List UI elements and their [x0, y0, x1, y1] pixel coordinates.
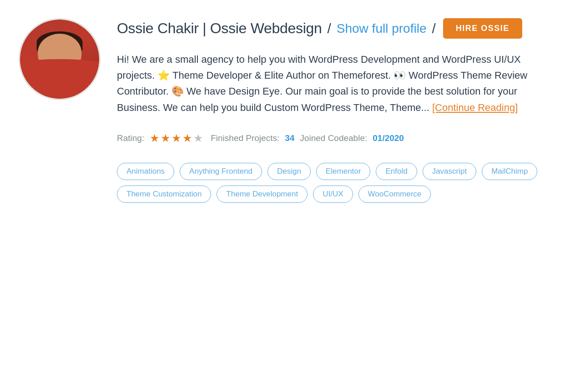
stats-row: Rating: ★ ★ ★ ★ ★ Finished Projects: 34 … — [117, 132, 546, 145]
profile-header: Ossie Chakir | Ossie Webdesign / Show fu… — [117, 18, 546, 39]
tag-mailchimp[interactable]: MailChimp — [482, 163, 537, 180]
tag-anything-frontend[interactable]: Anything Frontend — [180, 163, 262, 180]
tag-theme-development[interactable]: Theme Development — [217, 186, 308, 203]
tags-section: AnimationsAnything FrontendDesignElement… — [117, 163, 546, 203]
joined-label: Joined Codeable: — [300, 133, 367, 143]
continue-reading-link[interactable]: [Continue Reading] — [432, 102, 518, 113]
tag-animations[interactable]: Animations — [117, 163, 174, 180]
tag-elementor[interactable]: Elementor — [316, 163, 370, 180]
finished-projects-label: Finished Projects: — [211, 133, 279, 143]
tag-woocommerce[interactable]: WooCommerce — [358, 186, 431, 203]
bio-text: Hi! We are a small agency to help you wi… — [117, 51, 535, 116]
profile-name: Ossie Chakir | Ossie Webdesign — [117, 20, 322, 37]
star-1: ★ — [150, 132, 160, 145]
star-rating: ★ ★ ★ ★ ★ — [150, 132, 203, 145]
separator-2: / — [432, 21, 435, 36]
avatar — [19, 18, 101, 100]
separator-1: / — [327, 21, 331, 36]
profile-card: Ossie Chakir | Ossie Webdesign / Show fu… — [19, 18, 546, 203]
star-3: ★ — [172, 132, 182, 145]
star-4: ★ — [182, 132, 192, 145]
tag-ui/ux[interactable]: UI/UX — [313, 186, 353, 203]
finished-projects-value: 34 — [285, 133, 294, 143]
show-full-profile-link[interactable]: Show full profile — [337, 21, 427, 36]
tag-enfold[interactable]: Enfold — [376, 163, 417, 180]
hire-button[interactable]: HIRE OSSIE — [443, 18, 522, 39]
tag-javascript[interactable]: Javascript — [423, 163, 477, 180]
joined-value: 01/2020 — [373, 133, 404, 143]
rating-label: Rating: — [117, 133, 144, 143]
profile-content: Ossie Chakir | Ossie Webdesign / Show fu… — [117, 18, 546, 203]
tag-design[interactable]: Design — [267, 163, 311, 180]
star-5: ★ — [193, 132, 203, 145]
star-2: ★ — [161, 132, 171, 145]
tag-theme-customization[interactable]: Theme Customization — [117, 186, 211, 203]
